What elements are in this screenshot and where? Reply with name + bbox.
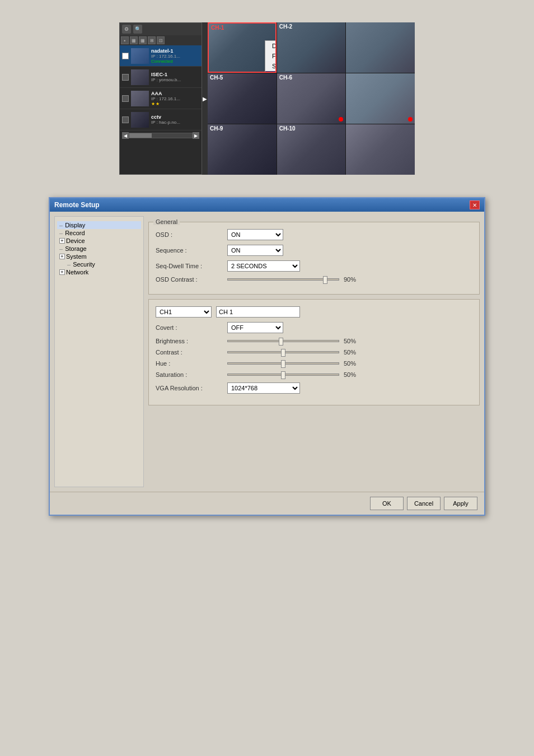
saturation-thumb[interactable] [281,371,285,379]
camera-label: CH-9 [210,125,223,132]
saturation-label: Saturation : [156,371,223,378]
context-menu-setup[interactable]: Setup [265,61,277,71]
device-info: nadatel-1 IP : 172.16.1... Connected [151,48,199,64]
expand-icon-network[interactable]: + [59,269,65,275]
camera-cell-empty1[interactable] [346,73,415,124]
scrollbar-horizontal[interactable] [129,133,193,138]
grid-5-btn[interactable]: ⊡ [157,36,165,44]
camera-cell-ch10[interactable]: CH-10 [277,124,346,175]
contrast-row: Contrast : 50% [156,349,472,356]
device-name: nadatel-1 [151,48,199,54]
context-menu-disconnect[interactable]: Disconnect [265,41,277,51]
tree-dash: – [59,230,63,236]
covert-control: OFF ON [227,322,283,333]
device-item[interactable]: ISEC-1 IP : yonsou.b... [120,67,202,88]
contrast-track[interactable] [227,351,339,353]
covert-select[interactable]: OFF ON [227,322,283,333]
tree-label-system: System [66,253,87,260]
dialog-main-content: General OSD : ON OFF Sequence : [148,216,480,487]
apply-button[interactable]: Apply [444,497,477,510]
grid-1-btn[interactable]: ▪ [121,36,129,44]
panel-nav-arrow[interactable]: ▶ [202,22,208,175]
tree-label-storage: Storage [65,245,87,252]
camera-cell-ch9[interactable]: CH-9 [208,124,277,175]
grid-2-btn[interactable]: ▦ [130,36,138,44]
hue-track[interactable] [227,362,339,365]
hue-thumb[interactable] [281,360,285,368]
dialog-close-button[interactable]: ✕ [470,200,480,209]
seq-dwell-control: 1 SECOND 2 SECONDS 3 SECONDS 5 SECONDS [227,260,300,272]
tree-item-record[interactable]: – Record [57,229,141,237]
settings-icon[interactable]: ⚙ [122,25,131,34]
camera-cell-ch6[interactable]: CH-6 [277,73,346,124]
context-menu-remotesetup[interactable]: Remote Setup [265,71,277,73]
device-item[interactable]: AAA IP : 172.16.1... ★ ★ [120,88,202,109]
osd-contrast-label: OSD Contrast : [156,276,223,283]
device-name: cctv [151,114,199,120]
camera-cell-ch3[interactable] [346,22,415,73]
camera-label: CH-10 [279,125,296,132]
camera-cell-ch5[interactable]: CH-5 [208,73,277,124]
device-checkbox[interactable] [122,53,129,59]
saturation-track[interactable] [227,374,339,376]
channel-section: CH1 CH2 CH3 CH4 Covert : OFF ON [148,299,480,405]
tree-label-network: Network [66,269,88,276]
channel-name-input[interactable] [216,306,300,318]
ok-button[interactable]: OK [370,497,404,510]
channel-select[interactable]: CH1 CH2 CH3 CH4 [156,306,212,318]
device-item[interactable]: nadatel-1 IP : 172.16.1... Connected [120,45,202,67]
device-checkbox[interactable] [122,95,129,102]
grid-4-btn[interactable]: ⊞ [148,36,156,44]
tree-item-system[interactable]: + System [57,253,141,260]
tree-item-storage[interactable]: – Storage [57,245,141,253]
sequence-control: ON OFF [227,245,283,256]
camera-cell-ch2[interactable]: CH-2 [277,22,346,73]
tree-item-display[interactable]: – Display [57,221,141,229]
brightness-label: Brightness : [156,338,223,344]
device-item[interactable]: cctv IP : hac-p.no... [120,109,202,130]
expand-icon-device[interactable]: + [59,238,65,244]
tree-item-device[interactable]: + Device [57,237,141,245]
remote-setup-dialog: Remote Setup ✕ – Display – Record + Devi… [49,197,485,516]
search-icon[interactable]: 🔍 [133,25,142,34]
device-checkbox[interactable] [122,116,129,123]
vga-select[interactable]: 800*600 1024*768 1280*1024 1920*1080 [227,382,300,394]
osd-contrast-slider: 90% [227,276,363,283]
camera-cell-ch1[interactable]: CH-1 Disconnect Full Screen Setup Remote… [208,22,277,73]
tree-item-network[interactable]: + Network [57,268,141,276]
contrast-thumb[interactable] [281,349,285,357]
device-thumbnail [131,91,149,106]
contrast-slider: 50% [227,349,363,356]
brightness-thumb[interactable] [279,338,283,346]
nav-tree: – Display – Record + Device – Storage + [54,216,144,487]
contrast-label: Contrast : [156,349,223,356]
osd-select[interactable]: ON OFF [227,229,283,240]
device-info: cctv IP : hac-p.no... [151,114,199,125]
vga-control: 800*600 1024*768 1280*1024 1920*1080 [227,382,300,394]
channel-select-row: CH1 CH2 CH3 CH4 [156,306,472,318]
scroll-left-arrow[interactable]: ◀ [122,132,129,139]
tree-item-security[interactable]: – Security [65,260,141,268]
camera-cell-empty2[interactable] [346,124,415,175]
toolbar: ⚙ 🔍 [120,23,202,35]
sequence-select[interactable]: ON OFF [227,245,283,256]
grid-3-btn[interactable]: ▦ [139,36,147,44]
dialog-titlebar: Remote Setup ✕ [50,198,484,212]
context-menu[interactable]: Disconnect Full Screen Setup Remote Setu… [265,40,277,73]
saturation-value: 50% [344,371,363,378]
scrollbar-area: ◀ ▶ [120,130,202,141]
osd-contrast-track[interactable] [227,278,339,281]
device-thumbnail [131,69,149,85]
covert-label: Covert : [156,324,223,331]
osd-control: ON OFF [227,229,283,240]
expand-icon-system[interactable]: + [59,254,65,259]
tree-dash: – [59,245,63,252]
star-icon-2: ★ [156,101,160,106]
osd-contrast-thumb[interactable] [323,276,327,284]
brightness-track[interactable] [227,340,339,342]
seq-dwell-select[interactable]: 1 SECOND 2 SECONDS 3 SECONDS 5 SECONDS [227,260,300,272]
scroll-right-arrow[interactable]: ▶ [193,132,199,139]
cancel-button[interactable]: Cancel [407,497,441,510]
device-checkbox[interactable] [122,74,129,81]
context-menu-fullscreen[interactable]: Full Screen [265,51,277,61]
